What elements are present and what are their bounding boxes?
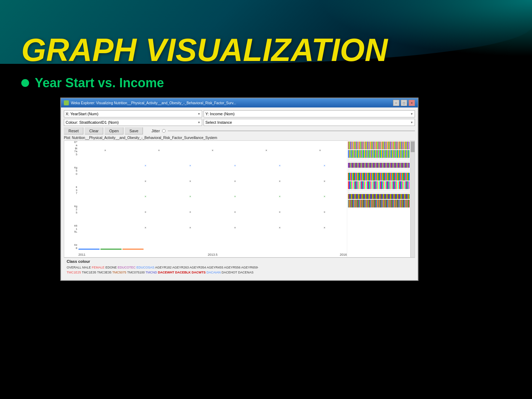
bottom-dot-1 [78,249,100,250]
cc-dacwts: DACWTS [192,271,206,274]
legend-band-9 [348,194,410,199]
dot-3-3: × [189,179,191,183]
buttons-row: Reset Clear Open Save Jitter [64,127,415,134]
scatter-area: × × × × × × × × × × × [78,143,347,251]
x-dropdown-arrow: ▼ [198,112,200,116]
cc-daceblk: DACEBLK [175,271,192,274]
cc-dacehot: DACEHOT [222,271,238,274]
save-button[interactable]: Save [125,127,143,134]
y-label-4: ¢g25 [65,205,77,214]
cc-tmcnd-lbl: TMCND [145,271,158,274]
cc-tmc075100-lbl: TMC075100 [127,271,145,274]
scrollbar-thumb[interactable] [411,142,415,152]
cc-ageyr354: AGEYR354 [189,266,207,269]
dot-6-4: × [234,226,236,229]
cc-tmc5075-lbl: TMC5075 [112,271,127,274]
bottom-row-dots [78,249,347,250]
clear-button[interactable]: Clear [85,127,103,134]
open-button[interactable]: Open [105,127,123,134]
page-title: GRAPH VISUALIZATION [21,32,511,68]
cc-educosas1: EDUCOSAS [137,266,155,269]
select-instance-dropdown[interactable]: Select Instance ▼ [204,119,415,126]
dot-2-5: × [279,164,281,167]
window-controls: − □ × [393,100,415,106]
y-dropdown-arrow: ▼ [410,112,413,116]
y-axis-dropdown[interactable]: Y: Income (Nom) ▼ [204,110,415,117]
legend-bands [348,142,410,256]
dot-6-2: × [145,226,146,229]
legend-band-5 [348,168,410,172]
dot-2-3: × [189,164,191,167]
scatter-plot: D*a$t7a5 ¢g50 ¢37 ¢g25 ¢615L ¢e8 × × × [64,141,347,257]
cc-tmc1e35: TMC1E35 [82,271,97,274]
jitter-knob[interactable] [162,129,166,133]
dot-1-1: × [104,149,106,152]
jitter-row: Jitter [151,129,415,133]
plot-title: Plot: Nutrition__Physical_Activity__and_… [64,136,415,140]
dot-3-2: × [145,179,146,183]
jitter-track [168,131,415,131]
colour-row: Colour: StratificationID1 (Nom) ▼ Select… [64,119,415,126]
y-label-2: ¢g50 [65,166,77,176]
dot-3-6: × [323,179,325,183]
dot-2-2: × [145,164,146,167]
legend-band-7 [348,181,410,189]
colour-dropdown-arrow: ▼ [198,121,200,124]
scatter-row-6: × × × × × × [78,220,347,235]
x-axis-label: X: YearStart (Num) [66,112,98,116]
main-content: GRAPH VISUALIZATION Year Start vs. Incom… [0,0,532,292]
dot-4-6: × [323,195,325,198]
legend-band-8 [348,190,410,193]
cc-ageyr659: AGEYR659· [241,266,259,269]
plot-container: D*a$t7a5 ¢g50 ¢37 ¢g25 ¢615L ¢e8 × × × [64,140,415,257]
class-colour-row-1: OVERALL MALE FEMALE EDONE EDUCOTEC EDUCO… [67,265,412,270]
scatter-row-5: × × × × × × [78,204,347,220]
y-label-6: ¢e8 [65,244,77,250]
dot-4-5: × [279,195,281,198]
weka-title-text: Weka Explorer: Visualizing Nutrition__Ph… [71,101,236,105]
x-label-3: 2016 [340,253,347,256]
close-button[interactable]: × [409,100,415,106]
dot-6-3: × [189,226,191,229]
dot-2-4: × [234,164,236,167]
cc-ageyr263: AGEYR263 [172,266,190,269]
dot-5-2: × [145,210,146,214]
y-axis-labels: D*a$t7a5 ¢g50 ¢37 ¢g25 ¢615L ¢e8 [65,141,77,250]
dot-5-5: × [279,210,281,214]
cc-male: MALE [82,266,92,269]
scrollbar-track [410,141,415,257]
weka-window: Weka Explorer: Visualizing Nutrition__Ph… [60,98,419,281]
scatter-row-3: × × × × × × [78,173,347,189]
select-dropdown-arrow: ▼ [410,121,413,124]
dot-4-2: × [145,195,146,198]
legend-band-1 [348,142,410,149]
minimize-button[interactable]: − [393,100,399,106]
legend-band-6 [348,173,410,181]
class-colour-row-2: TMC1E25 TMC1E35 TMC3E35 TMC5075 TMC07510… [67,270,412,275]
plot-sidebar [347,141,415,257]
reset-button[interactable]: Reset [64,127,83,134]
dot-1-5: × [319,149,321,152]
cc-ageyr182: AGEYR182 [155,266,172,269]
bottom-dot-3 [122,249,144,250]
x-label-1: 2011 [78,253,85,256]
cc-ageyr556: AGEYR556 [224,266,241,269]
x-axis-dropdown[interactable]: X: YearStart (Num) ▼ [64,110,202,117]
legend-band-4 [348,163,410,168]
colour-dropdown[interactable]: Colour: StratificationID1 (Nom) ▼ [64,119,202,126]
dot-4-3: × [189,195,191,198]
dot-6-6: × [323,226,325,229]
maximize-button[interactable]: □ [401,100,407,106]
y-axis-label: Y: Income (Nom) [205,112,235,116]
scatter-row-4: × × × × × × [78,189,347,205]
cc-overall: OVERALL [67,266,82,269]
subtitle-row: Year Start vs. Income [21,76,511,90]
legend-band-3 [348,159,410,162]
y-label-1: D*a$t7a5 [65,141,77,156]
cc-tmclow: TMC1E25 [67,271,82,274]
dot-5-6: × [323,210,325,214]
cc-dacenas: DACENAS [238,271,254,274]
cc-edone: EDONE [105,266,118,269]
class-colour-section: Class colour OVERALL MALE FEMALE EDONE E… [64,257,415,277]
bottom-dot-2 [100,249,122,250]
